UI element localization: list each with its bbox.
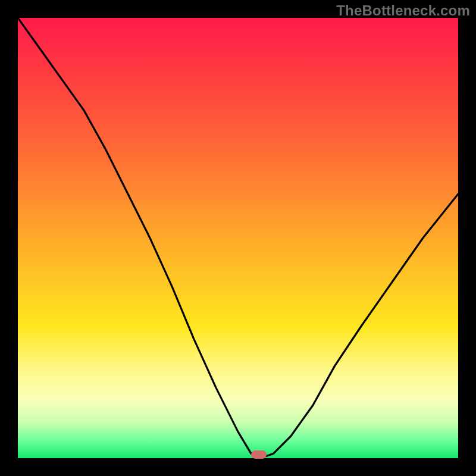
watermark-text: TheBottleneck.com [336, 2, 470, 19]
sweet-spot-marker [251, 450, 267, 459]
bottleneck-curve [18, 18, 458, 458]
chart-frame: TheBottleneck.com [0, 0, 476, 476]
plot-area [18, 18, 458, 458]
